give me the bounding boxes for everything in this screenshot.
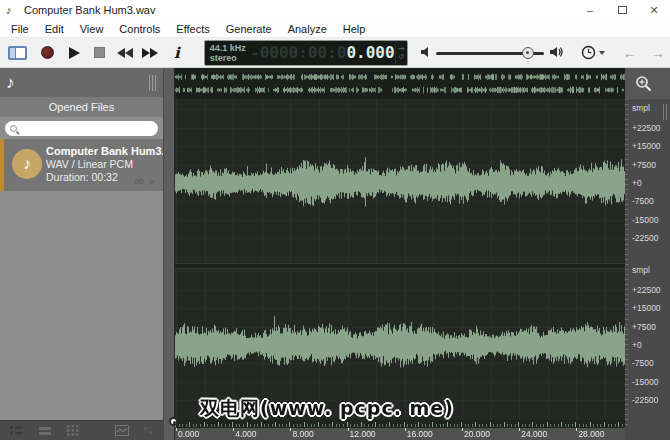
rewind-button[interactable] [117,48,133,58]
time-tick [176,428,177,431]
play-to-end-icon: ⇥ [398,45,404,53]
grid-view-icon[interactable] [67,425,79,436]
zoom-in-icon [635,75,652,92]
file-name: Computer Bank Hum3.wav [46,145,157,158]
navigate-back-button[interactable]: ← [623,45,637,61]
scale-value-label: +22500 [632,123,661,133]
time-counter-value: 0.000 [346,43,394,62]
waveform-panel: 双电网(www. pcpc. me) 0.0004.0008.00012.000… [175,68,625,440]
scale-value-label: -15000 [632,377,658,387]
menu-item-file[interactable]: File [3,23,37,35]
clock-dropdown-caret [599,51,605,55]
menu-bar: FileEditViewControlsEffectsGenerateAnaly… [0,20,670,38]
time-tick [348,428,349,431]
window-controls: – ✕ [574,0,670,20]
scale-value-label: -22500 [632,395,658,405]
record-button[interactable] [41,46,54,59]
sidebar-tab-strip: ♪ [0,68,163,97]
sample-rate-label: 44.1 kHz [210,43,250,53]
time-tick [405,428,406,431]
time-tick [290,428,291,431]
time-display: 44.1 kHz stereo -0000:00:00.000 ⇥ ↺ [204,40,408,66]
maximize-button[interactable] [606,0,638,20]
amplitude-scale: smpl+22500+15000+7500+0-7500-15000-22500… [625,68,670,440]
scale-value-label: -15000 [632,215,658,225]
time-label: 20.000 [464,429,490,439]
scale-value-label: +7500 [632,160,656,170]
menu-item-effects[interactable]: Effects [168,23,217,35]
close-button[interactable]: ✕ [638,0,670,20]
scale-value-label: -7500 [632,358,654,368]
waveform-canvas[interactable] [175,68,625,428]
time-tick [233,428,234,431]
menu-item-analyze[interactable]: Analyze [280,23,335,35]
toolbar: i 44.1 kHz stereo -0000:00:00.000 ⇥ ↺ [0,38,670,68]
menu-item-edit[interactable]: Edit [37,23,72,35]
display-mode-icons[interactable]: ⇥ ↺ [395,41,407,65]
panel-splitter[interactable] [163,68,175,440]
sort-icon[interactable] [143,425,153,436]
time-tick [519,428,520,431]
time-label: 8.000 [292,429,313,439]
fast-forward-button[interactable] [142,48,158,58]
file-play-icon[interactable]: ▶ [150,177,156,186]
file-list-item[interactable]: ♪ Computer Bank Hum3.wav WAV / Linear PC… [0,139,163,191]
stop-button[interactable] [94,47,105,58]
sidebar-grip-icon[interactable] [149,75,157,91]
menu-item-generate[interactable]: Generate [218,23,280,35]
sidebar-toggle-icon[interactable] [8,46,27,60]
minimize-button[interactable]: – [574,0,606,20]
scale-value-label: +0 [632,178,642,188]
files-tab-note-icon[interactable]: ♪ [6,74,15,91]
preview-toggle-icon[interactable] [115,425,129,436]
time-axis[interactable]: 0.0004.0008.00012.00016.00020.00024.0002… [175,428,625,440]
info-button[interactable]: i [174,44,180,62]
audio-format-info: 44.1 kHz stereo [205,42,250,63]
time-label: 24.000 [521,429,547,439]
time-label: 16.000 [407,429,433,439]
playhead-marker[interactable] [169,417,178,426]
time-counter: -0000:00:00.000 [250,43,395,62]
volume-slider[interactable] [436,46,544,60]
main-area: ♪ Opened Files ♪ Computer Bank Hum3.wav … [0,68,670,440]
menu-item-controls[interactable]: Controls [111,23,168,35]
scale-value-label: +15000 [632,303,661,313]
scale-value-label: +7500 [632,322,656,332]
opened-files-header: Opened Files [0,97,163,117]
search-box[interactable] [5,121,158,136]
window-title: Computer Bank Hum3.wav [24,4,574,16]
rewind-icon [117,48,125,58]
search-icon [10,125,17,132]
app-icon: ♪ [6,4,20,16]
play-button[interactable] [69,47,80,59]
scale-value-label: -22500 [632,233,658,243]
time-tick [576,428,577,431]
watermark-text: 双电网(www. pcpc. me) [200,396,454,422]
file-list: ♪ Computer Bank Hum3.wav WAV / Linear PC… [0,139,163,420]
volume-knob[interactable] [522,47,534,59]
menu-item-view[interactable]: View [72,23,112,35]
list-view-icon[interactable] [39,426,51,436]
zoom-button[interactable] [625,68,670,99]
scale-value-label: +15000 [632,141,661,151]
link-icon[interactable]: ∞ [135,176,144,186]
time-format-button[interactable] [581,45,605,60]
sidebar-status-bar [0,420,163,440]
scale-value-label: +0 [632,340,642,350]
file-actions: ∞ ▶ [135,176,156,186]
detail-view-icon[interactable] [10,425,23,436]
clock-icon [581,45,596,60]
scale-grip-icon[interactable] [663,104,669,120]
volume-low-icon [421,46,432,60]
menu-item-help[interactable]: Help [335,23,374,35]
channel-mode-label: stereo [210,53,250,63]
search-input[interactable] [17,122,158,135]
time-tick [462,428,463,431]
navigate-forward-button[interactable]: → [651,45,665,61]
loop-icon: ↺ [398,53,404,61]
audio-file-icon: ♪ [12,149,42,179]
time-label: 28.000 [578,429,604,439]
title-bar: ♪ Computer Bank Hum3.wav – ✕ [0,0,670,20]
scale-unit-label: smpl [632,103,650,113]
time-counter-ghost: -0000:00:0 [250,43,346,62]
